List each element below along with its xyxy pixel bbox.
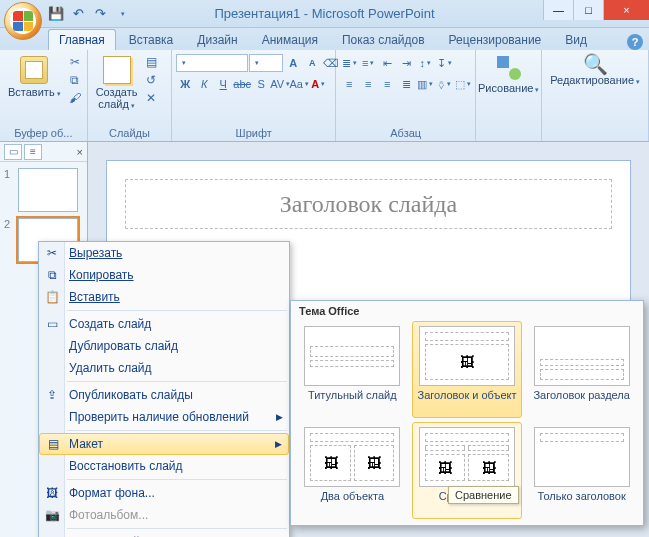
content-icon: 🖽 bbox=[367, 455, 381, 471]
layout-comparison[interactable]: 🖽🖽 Сравнение bbox=[412, 422, 523, 519]
chevron-right-icon: ▶ bbox=[276, 412, 283, 422]
font-color-icon[interactable]: A bbox=[309, 75, 327, 93]
thumbnails-tab-outline-icon[interactable]: ≡ bbox=[24, 144, 42, 160]
ctx-layout[interactable]: ▤Макет▶ bbox=[39, 433, 289, 455]
ctx-reset-slide[interactable]: Восстановить слайд bbox=[39, 455, 289, 477]
content-icon: 🖽 bbox=[460, 354, 474, 370]
drawing-button[interactable]: Рисование bbox=[480, 54, 537, 98]
editing-button[interactable]: 🔍 Редактирование bbox=[546, 54, 644, 90]
layout-label-4: Два объекта bbox=[321, 490, 384, 514]
ctx-photo-album: 📷Фотоальбом... bbox=[39, 504, 289, 526]
group-paragraph-label: Абзац bbox=[340, 126, 471, 141]
bullets-icon[interactable]: ≣ bbox=[340, 54, 358, 72]
drawing-label: Рисование bbox=[478, 82, 539, 96]
tab-view[interactable]: Вид bbox=[554, 29, 598, 50]
shadow-icon[interactable]: S bbox=[252, 75, 270, 93]
chevron-right-icon: ▶ bbox=[275, 439, 282, 449]
maximize-button[interactable]: □ bbox=[573, 0, 603, 20]
layout-title-content[interactable]: 🖽 Заголовок и объект bbox=[412, 321, 523, 418]
copy-icon[interactable]: ⧉ bbox=[67, 72, 83, 88]
tab-design[interactable]: Дизайн bbox=[186, 29, 248, 50]
save-icon[interactable]: 💾 bbox=[48, 6, 64, 22]
tab-animation[interactable]: Анимация bbox=[251, 29, 329, 50]
new-slide-button[interactable]: Создать слайд bbox=[92, 54, 142, 114]
tooltip: Сравнение bbox=[448, 486, 519, 504]
align-right-icon[interactable]: ≡ bbox=[378, 75, 396, 93]
content-icon: 🖽 bbox=[438, 460, 452, 476]
scissors-icon: ✂ bbox=[43, 246, 61, 260]
group-clipboard-label: Буфер об... bbox=[4, 126, 83, 141]
help-icon[interactable]: ? bbox=[627, 34, 643, 50]
cut-icon[interactable]: ✂ bbox=[67, 54, 83, 70]
window-controls: — □ × bbox=[543, 0, 649, 20]
ctx-paste[interactable]: 📋Вставить bbox=[39, 286, 289, 308]
clipboard-icon bbox=[20, 56, 48, 84]
group-font-label: Шрифт bbox=[176, 126, 331, 141]
delete-slide-icon[interactable]: ✕ bbox=[143, 90, 159, 106]
ctx-hide-slide[interactable]: ▭Скрыть слайд bbox=[39, 531, 289, 537]
content-icon: 🖽 bbox=[324, 455, 338, 471]
font-name-combo[interactable] bbox=[176, 54, 248, 72]
redo-icon[interactable]: ↷ bbox=[92, 6, 108, 22]
justify-icon[interactable]: ≣ bbox=[397, 75, 415, 93]
album-icon: 📷 bbox=[43, 508, 61, 522]
content-icon: 🖽 bbox=[482, 460, 496, 476]
slide-preview-1 bbox=[18, 168, 78, 212]
qat-customize-icon[interactable] bbox=[114, 6, 130, 22]
italic-icon[interactable]: К bbox=[195, 75, 213, 93]
change-case-icon[interactable]: Aa bbox=[290, 75, 308, 93]
numbering-icon[interactable]: ≡ bbox=[359, 54, 377, 72]
tab-slideshow[interactable]: Показ слайдов bbox=[331, 29, 436, 50]
align-text-icon[interactable]: ⎀ bbox=[435, 75, 453, 93]
office-logo-icon bbox=[10, 8, 36, 34]
layout-title-only[interactable]: Только заголовок bbox=[526, 422, 637, 519]
char-spacing-icon[interactable]: AV bbox=[271, 75, 289, 93]
context-menu: ✂Вырезать ⧉Копировать 📋Вставить ▭Создать… bbox=[38, 241, 290, 537]
underline-icon[interactable]: Ч bbox=[214, 75, 232, 93]
reset-icon[interactable]: ↺ bbox=[143, 72, 159, 88]
layout-section-header[interactable]: Заголовок раздела bbox=[526, 321, 637, 418]
thumbnails-close-icon[interactable]: × bbox=[77, 146, 83, 158]
slide-title-placeholder[interactable]: Заголовок слайда bbox=[125, 179, 612, 229]
strike-icon[interactable]: abc bbox=[233, 75, 251, 93]
ctx-publish-slides[interactable]: ⇪Опубликовать слайды bbox=[39, 384, 289, 406]
layout-icon[interactable]: ▤ bbox=[143, 54, 159, 70]
font-size-combo[interactable] bbox=[249, 54, 283, 72]
layout-title-slide[interactable]: Титульный слайд bbox=[297, 321, 408, 418]
text-direction-icon[interactable]: ↧ bbox=[435, 54, 453, 72]
shrink-font-icon[interactable]: A bbox=[303, 54, 321, 72]
dec-indent-icon[interactable]: ⇤ bbox=[378, 54, 396, 72]
ctx-delete-slide[interactable]: Удалить слайд bbox=[39, 357, 289, 379]
window-title: Презентация1 - Microsoft PowerPoint bbox=[214, 6, 434, 21]
quick-access-toolbar: 💾 ↶ ↷ bbox=[48, 6, 130, 22]
copy-icon: ⧉ bbox=[43, 268, 61, 282]
minimize-button[interactable]: — bbox=[543, 0, 573, 20]
inc-indent-icon[interactable]: ⇥ bbox=[397, 54, 415, 72]
ctx-format-background[interactable]: 🖼Формат фона... bbox=[39, 482, 289, 504]
thumbnails-tab-slides-icon[interactable]: ▭ bbox=[4, 144, 22, 160]
slide-thumb-1[interactable]: 1 bbox=[4, 168, 83, 212]
bold-icon[interactable]: Ж bbox=[176, 75, 194, 93]
group-slides-label: Слайды bbox=[92, 126, 168, 141]
format-painter-icon[interactable]: 🖌 bbox=[67, 90, 83, 106]
tab-home[interactable]: Главная bbox=[48, 29, 116, 50]
ctx-new-slide[interactable]: ▭Создать слайд bbox=[39, 313, 289, 335]
tab-review[interactable]: Рецензирование bbox=[438, 29, 553, 50]
grow-font-icon[interactable]: A bbox=[284, 54, 302, 72]
office-button[interactable] bbox=[4, 2, 42, 40]
layout-two-content[interactable]: 🖽🖽 Два объекта bbox=[297, 422, 408, 519]
align-left-icon[interactable]: ≡ bbox=[340, 75, 358, 93]
tab-insert[interactable]: Вставка bbox=[118, 29, 185, 50]
ctx-copy[interactable]: ⧉Копировать bbox=[39, 264, 289, 286]
ctx-check-updates[interactable]: Проверить наличие обновлений▶ bbox=[39, 406, 289, 428]
paste-button[interactable]: Вставить bbox=[4, 54, 65, 102]
ctx-cut[interactable]: ✂Вырезать bbox=[39, 242, 289, 264]
smartart-icon[interactable]: ⬚ bbox=[454, 75, 472, 93]
line-spacing-icon[interactable]: ↕ bbox=[416, 54, 434, 72]
columns-icon[interactable]: ▥ bbox=[416, 75, 434, 93]
undo-icon[interactable]: ↶ bbox=[70, 6, 86, 22]
ctx-duplicate-slide[interactable]: Дублировать слайд bbox=[39, 335, 289, 357]
new-slide-label: Создать слайд bbox=[96, 86, 138, 112]
align-center-icon[interactable]: ≡ bbox=[359, 75, 377, 93]
close-button[interactable]: × bbox=[603, 0, 649, 20]
